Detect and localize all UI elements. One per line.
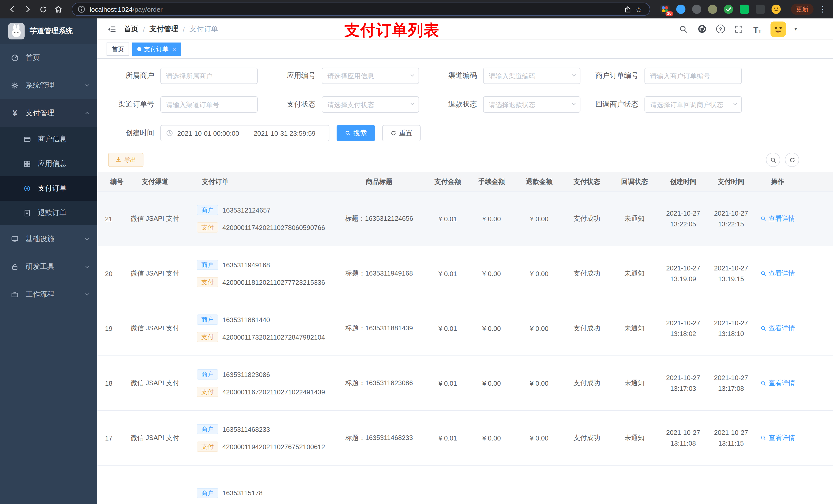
merchant-tag: 商户 — [197, 314, 218, 325]
sidebar-item-refund-order[interactable]: 退款订单 — [0, 201, 97, 225]
table-row[interactable]: 20 微信 JSAPI 支付 商户1635311949168 支付4200001… — [97, 246, 833, 301]
refresh-table-button[interactable] — [785, 153, 799, 167]
sidebar-item-system[interactable]: 系统管理 — [0, 72, 97, 99]
sidebar-item-pay[interactable]: ¥ 支付管理 — [0, 99, 97, 127]
callback-status-select[interactable] — [644, 96, 742, 113]
home-button[interactable] — [51, 2, 66, 16]
create-date: 2021-10-27 — [666, 373, 700, 383]
channel-order-field[interactable] — [160, 96, 258, 113]
cell-status: 支付成功 — [563, 301, 611, 356]
merchant-order-input[interactable] — [644, 68, 742, 84]
github-button[interactable] — [697, 24, 707, 34]
user-avatar[interactable] — [771, 21, 786, 37]
search-button[interactable]: 搜索 — [337, 125, 375, 141]
extension-chat-icon[interactable] — [740, 5, 749, 14]
extension-emoji-icon[interactable] — [771, 5, 781, 14]
fullscreen-button[interactable] — [734, 24, 744, 34]
sidebar-item-devtools[interactable]: 研发工具 — [0, 253, 97, 281]
channel-order-input[interactable] — [160, 96, 258, 113]
browser-update-button[interactable]: 更新 — [791, 4, 813, 15]
extension-gray-icon[interactable] — [692, 5, 701, 14]
forward-button[interactable] — [21, 2, 35, 16]
extension-check-icon[interactable] — [724, 5, 733, 14]
refund-status-field[interactable] — [483, 96, 580, 113]
address-bar[interactable]: localhost:1024/pay/order ☆ — [72, 3, 650, 16]
create-time-range-picker[interactable]: 2021-10-01 00:00:00 - 2021-10-31 23:59:5… — [160, 125, 329, 141]
tab-home[interactable]: 首页 — [106, 43, 129, 56]
help-button[interactable]: ? — [715, 24, 726, 34]
merchant-order-field[interactable] — [644, 68, 742, 84]
table-row[interactable]: 17 微信 JSAPI 支付 商户1635311468233 支付4200001… — [97, 411, 833, 465]
view-detail-link[interactable]: 查看详情 — [760, 379, 795, 388]
cell-fee: ¥ 0.00 — [468, 411, 515, 465]
cell-action: 查看详情 — [754, 301, 801, 356]
chevron-up-icon — [84, 110, 90, 116]
sidebar-item-infra[interactable]: 基础设施 — [0, 225, 97, 253]
callback-status-field[interactable] — [644, 96, 742, 113]
share-button[interactable] — [622, 4, 633, 15]
chevron-down-icon — [84, 264, 90, 270]
channel-code-field[interactable] — [483, 68, 580, 84]
extension-drop-icon[interactable] — [676, 5, 686, 14]
table-row[interactable]: 19 微信 JSAPI 支付 商户1635311881440 支付4200001… — [97, 301, 833, 356]
breadcrumb-home[interactable]: 首页 — [124, 24, 138, 33]
cell-id: 20 — [97, 246, 125, 301]
cell-channel — [125, 465, 185, 504]
sidebar-toggle-button[interactable] — [103, 21, 120, 37]
table-row[interactable]: 18 微信 JSAPI 支付 商户1635311823086 支付4200001… — [97, 356, 833, 411]
cell-refund: ¥ 0.00 — [515, 356, 563, 410]
sidebar-item-home[interactable]: 首页 — [0, 44, 97, 72]
avatar-caret-icon[interactable]: ▾ — [794, 26, 797, 32]
cell-action: 查看详情 — [754, 356, 801, 410]
filter-label: 退款状态 — [433, 100, 483, 109]
view-detail-link[interactable]: 查看详情 — [760, 214, 795, 223]
cell-amount: ¥ 0.01 — [428, 356, 468, 410]
browser-toolbar: localhost:1024/pay/order ☆ 10 — [0, 0, 833, 19]
merchant-order-no: 1635311468233 — [222, 425, 270, 433]
view-detail-link[interactable]: 查看详情 — [760, 433, 795, 442]
view-detail-link[interactable]: 查看详情 — [760, 269, 795, 278]
navbar-actions: ? TT ▾ — [679, 21, 833, 37]
table-row[interactable]: 商户16353115178 — [97, 465, 833, 504]
reload-button[interactable] — [36, 2, 50, 16]
font-size-button[interactable]: TT — [752, 24, 763, 34]
bookmark-button[interactable]: ☆ — [633, 4, 644, 15]
cell-channel: 微信 JSAPI 支付 — [125, 246, 185, 301]
date-separator: - — [243, 129, 249, 137]
sidebar-item-merchant-info[interactable]: 商户信息 — [0, 127, 97, 152]
cell-title: 标题：1635311823086 — [330, 356, 428, 410]
channel-code-select[interactable] — [483, 68, 580, 84]
extension-colorful-icon[interactable]: 10 — [660, 5, 670, 14]
reset-button[interactable]: 重置 — [382, 125, 421, 141]
browser-menu-button[interactable]: ⋮ — [818, 5, 828, 14]
view-detail-link[interactable]: 查看详情 — [760, 324, 795, 333]
column-header: 商品标题 — [330, 172, 428, 191]
tab-close-icon[interactable]: × — [172, 46, 176, 53]
merchant-tag: 商户 — [197, 260, 218, 270]
tab-pay-order[interactable]: 支付订单 × — [132, 43, 181, 56]
export-button[interactable]: 导出 — [108, 153, 143, 167]
breadcrumb-section[interactable]: 支付管理 — [149, 24, 178, 33]
pay-tag: 支付 — [197, 222, 218, 233]
app-select[interactable] — [322, 68, 419, 84]
sidebar-item-workflow[interactable]: 工作流程 — [0, 281, 97, 308]
cell-amount: ¥ 0.01 — [428, 192, 468, 246]
toggle-search-button[interactable] — [766, 153, 780, 167]
pay-status-field[interactable] — [322, 96, 419, 113]
extension-pin-icon[interactable] — [756, 5, 765, 14]
owner-merchant-input[interactable] — [160, 68, 258, 84]
back-button[interactable] — [5, 2, 20, 16]
cell-amount: ¥ 0.01 — [428, 411, 468, 465]
app-select-field[interactable] — [322, 68, 419, 84]
extension-olive-icon[interactable] — [708, 5, 717, 14]
sidebar-item-app-info[interactable]: 应用信息 — [0, 152, 97, 176]
header-search-button[interactable] — [679, 24, 689, 34]
sidebar-item-pay-order[interactable]: 支付订单 — [0, 176, 97, 201]
site-info-icon[interactable] — [77, 5, 86, 13]
cell-refund: ¥ 0.00 — [515, 301, 563, 356]
owner-merchant-field[interactable] — [160, 68, 258, 84]
table-row[interactable]: 21 微信 JSAPI 支付 商户1635312124657 支付4200001… — [97, 192, 833, 246]
cell-notify: 未通知 — [611, 246, 658, 301]
pay-status-select[interactable] — [322, 96, 419, 113]
refund-status-select[interactable] — [483, 96, 580, 113]
